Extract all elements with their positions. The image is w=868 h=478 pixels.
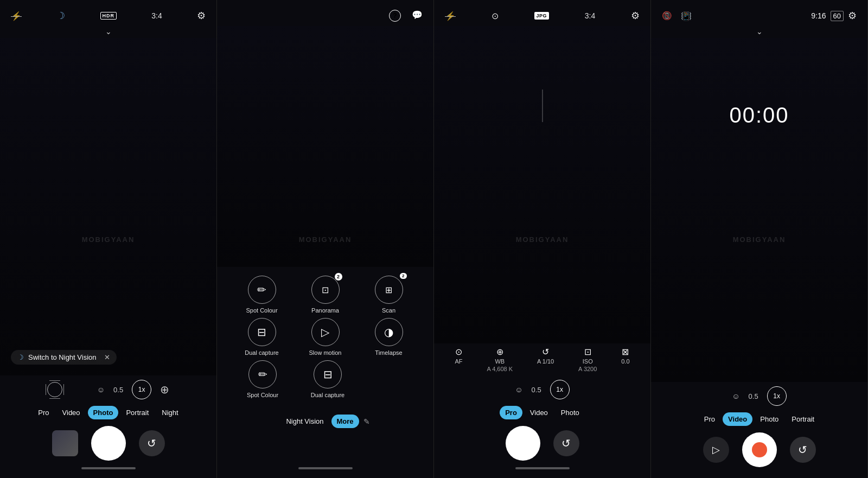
mode-photo[interactable]: Photo bbox=[88, 406, 119, 419]
mode-item-dual-capture-1[interactable]: ⊟ Dual capture bbox=[240, 318, 284, 356]
beauty-icon-3[interactable]: ☺ bbox=[515, 385, 522, 394]
iso-icon: ⊡ bbox=[584, 347, 591, 357]
mode-item-timelapse[interactable]: ◑ Timelapse bbox=[367, 318, 411, 356]
dual-capture-label-2: Dual capture bbox=[311, 392, 344, 398]
mode-video-4[interactable]: Video bbox=[723, 412, 752, 426]
mode-pro[interactable]: Pro bbox=[33, 406, 54, 419]
shutter-button[interactable] bbox=[91, 426, 126, 461]
home-indicator-1 bbox=[81, 467, 136, 469]
beauty-icon[interactable]: ☺ bbox=[97, 385, 105, 394]
mode-item-slow-motion[interactable]: ▷ Slow motion bbox=[304, 318, 347, 356]
aspect-ratio-label[interactable]: 3:4 bbox=[151, 11, 162, 20]
chat-icon[interactable]: 💬 bbox=[412, 10, 423, 22]
viewfinder-3 bbox=[434, 26, 650, 343]
scan-label: Scan bbox=[382, 307, 395, 314]
mode-video-3[interactable]: Video bbox=[525, 406, 553, 419]
toast-close-button[interactable]: ✕ bbox=[104, 353, 110, 361]
settings-icon-4[interactable]: ⚙ bbox=[848, 10, 857, 22]
spot-colour-label-2: Spot Colour bbox=[247, 392, 278, 398]
pro-param-wb[interactable]: ⊕ WB A 4,608 K bbox=[487, 347, 513, 372]
chevron-row-1: ⌄ bbox=[0, 26, 216, 38]
aspect-ratio-label-3[interactable]: 3:4 bbox=[585, 11, 595, 20]
spot-colour-icon-2: ✏ bbox=[248, 360, 277, 388]
modes-grid: ✏ Spot Colour ⊡ 2 Panorama ⊞ 2 Scan bbox=[217, 267, 433, 411]
zoom-row-3: ☺ 0.5 1x bbox=[434, 375, 650, 403]
timelapse-icon: ◑ bbox=[375, 318, 403, 346]
edit-modes-icon[interactable]: ✎ bbox=[363, 417, 370, 426]
mode-video[interactable]: Video bbox=[57, 406, 86, 419]
flash-off-icon-3[interactable]: ⚡ bbox=[445, 11, 456, 21]
hdr-badge[interactable]: HDR bbox=[100, 12, 117, 20]
mode-photo-3[interactable]: Photo bbox=[556, 406, 585, 419]
mode-item-scan[interactable]: ⊞ 2 Scan bbox=[367, 276, 411, 314]
flash-off-icon[interactable]: ⚡ bbox=[11, 11, 22, 21]
top-bar-3: ⚡ ⊙ JPG 3:4 ⚙ bbox=[434, 0, 650, 26]
shutter-label: A 1/10 bbox=[537, 358, 554, 365]
modes-row-1: ✏ Spot Colour ⊡ 2 Panorama ⊞ 2 Scan bbox=[230, 276, 420, 314]
zoom-value-label-3: 0.5 bbox=[532, 386, 541, 394]
mode-item-spot-colour-2[interactable]: ✏ Spot Colour bbox=[241, 360, 284, 398]
chevron-down-icon-4[interactable]: ⌄ bbox=[756, 27, 763, 36]
gallery-thumbnail[interactable] bbox=[52, 430, 78, 456]
wb-icon: ⊕ bbox=[496, 347, 503, 357]
mode-night-vision[interactable]: Night Vision bbox=[280, 415, 329, 428]
jpg-badge[interactable]: JPG bbox=[534, 12, 550, 20]
iso-label: ISO bbox=[583, 358, 593, 365]
spot-colour-icon-1: ✏ bbox=[248, 276, 276, 304]
pro-param-af[interactable]: ⊙ AF bbox=[455, 347, 462, 365]
mode-night[interactable]: Night bbox=[156, 406, 183, 419]
flip-camera-button[interactable]: ↺ bbox=[139, 430, 165, 456]
settings-icon-3[interactable]: ⚙ bbox=[631, 10, 640, 22]
video-ratio-label[interactable]: 9:16 bbox=[811, 11, 826, 20]
panel-photo: MOBIGYAAN ⚡ ☽ HDR 3:4 ⚙ ⌄ ☽ Switch to Ni… bbox=[0, 0, 217, 478]
dual-capture-label-1: Dual capture bbox=[245, 349, 278, 356]
record-button[interactable] bbox=[742, 432, 777, 467]
help-icon[interactable]: ? bbox=[389, 10, 401, 22]
ev-icon: ⊠ bbox=[622, 347, 629, 357]
bottom-controls-4: ☺ 0.5 1x Pro Video Photo Portrait ▷ ↺ bbox=[651, 382, 867, 478]
zoom-level-button[interactable]: 1x bbox=[132, 380, 151, 399]
chevron-row-4: ⌄ bbox=[651, 26, 867, 38]
signal-off-icon[interactable]: 📵 bbox=[662, 11, 672, 21]
bottom-controls-1: ☺ 0.5 1x ⊕ Pro Video Photo Portrait Nigh… bbox=[0, 375, 216, 478]
panel-more-modes: MOBIGYAAN ? 💬 ✏ Spot Colour ⊡ 2 Panorama bbox=[217, 0, 434, 478]
top-bar-right-4: 9:16 60 ⚙ bbox=[811, 10, 857, 22]
shutter-row-1: ↺ bbox=[0, 422, 216, 463]
af-label: AF bbox=[455, 358, 462, 365]
zoom-level-button-3[interactable]: 1x bbox=[550, 380, 570, 399]
mode-item-dual-capture-2[interactable]: ⊟ Dual capture bbox=[306, 360, 349, 398]
chevron-down-icon[interactable]: ⌄ bbox=[105, 27, 112, 36]
flip-camera-button-4[interactable]: ↺ bbox=[790, 437, 816, 463]
mode-item-panorama[interactable]: ⊡ 2 Panorama bbox=[304, 276, 347, 314]
pro-param-iso[interactable]: ⊡ ISO A 3200 bbox=[578, 347, 597, 372]
timelapse-label: Timelapse bbox=[375, 349, 402, 356]
pro-params-row: ⊙ AF ⊕ WB A 4,608 K ↺ A 1/10 ⊡ ISO A 320… bbox=[434, 343, 650, 375]
mode-photo-4[interactable]: Photo bbox=[755, 412, 784, 426]
shutter-button-3[interactable] bbox=[506, 426, 540, 461]
play-button[interactable]: ▷ bbox=[703, 437, 729, 463]
focus-ring-icon[interactable] bbox=[47, 382, 62, 397]
mode-portrait-4[interactable]: Portrait bbox=[786, 412, 820, 426]
shutter-row-3: ↺ bbox=[434, 422, 650, 463]
mode-more[interactable]: More bbox=[331, 415, 359, 428]
mode-selector-3: Pro Video Photo bbox=[434, 403, 650, 422]
pro-param-ev[interactable]: ⊠ 0.0 bbox=[621, 347, 629, 365]
mode-portrait[interactable]: Portrait bbox=[120, 406, 154, 419]
flip-camera-button-3[interactable]: ↺ bbox=[553, 430, 579, 456]
flip-icon-right[interactable]: ⊕ bbox=[160, 383, 169, 396]
mode-pro-3[interactable]: Pro bbox=[500, 406, 522, 419]
fps-label[interactable]: 60 bbox=[831, 11, 844, 21]
pro-param-shutter[interactable]: ↺ A 1/10 bbox=[537, 347, 554, 365]
vibration-icon[interactable]: 📳 bbox=[681, 11, 692, 21]
timer-icon-3[interactable]: ⊙ bbox=[492, 11, 499, 21]
night-vision-toast: ☽ Switch to Night Vision ✕ bbox=[11, 350, 117, 365]
mode-pro-4[interactable]: Pro bbox=[699, 412, 720, 426]
night-mode-icon[interactable]: ☽ bbox=[56, 10, 65, 22]
top-bar-left-4: 📵 📳 bbox=[662, 11, 692, 21]
beauty-icon-4[interactable]: ☺ bbox=[732, 392, 739, 400]
scan-icon: ⊞ 2 bbox=[375, 276, 403, 304]
settings-icon[interactable]: ⚙ bbox=[197, 10, 206, 22]
viewfinder-line bbox=[542, 90, 542, 122]
mode-item-spot-colour-1[interactable]: ✏ Spot Colour bbox=[240, 276, 284, 314]
zoom-level-button-4[interactable]: 1x bbox=[767, 386, 787, 406]
